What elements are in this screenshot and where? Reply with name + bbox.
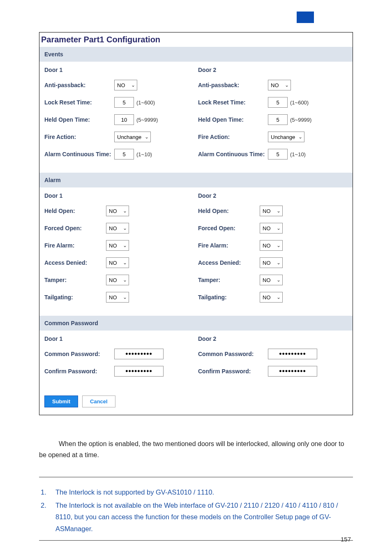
chevron-down-icon: ⌄ <box>123 243 127 248</box>
forced-open-label: Forced Open: <box>198 225 260 231</box>
alarm-cont-input[interactable] <box>114 149 134 160</box>
cp-door1-title: Door 1 <box>44 335 194 342</box>
note-number: 2. <box>41 500 55 534</box>
events-door1-title: Door 1 <box>44 67 194 73</box>
alarm-cont-input[interactable] <box>268 149 288 160</box>
fire-alarm-select[interactable]: NO⌄ <box>106 240 129 251</box>
fire-alarm-label: Fire Alarm: <box>44 242 106 249</box>
tamper-label: Tamper: <box>198 277 260 283</box>
anti-passback-label: Anti-passback: <box>44 82 114 88</box>
select-value: NO <box>109 277 117 283</box>
access-denied-select[interactable]: NO⌄ <box>106 257 129 268</box>
chevron-down-icon: ⌄ <box>123 225 127 231</box>
note-number: 1. <box>41 486 55 498</box>
alarm-door1: Door 1 Held Open:NO⌄ Forced Open:NO⌄ Fir… <box>44 192 194 309</box>
common-password-label: Common Password: <box>198 351 268 357</box>
held-open-time-label: Held Open Time: <box>44 116 114 123</box>
anti-passback-select[interactable]: NO ⌄ <box>114 80 137 90</box>
chevron-down-icon: ⌄ <box>277 208 281 214</box>
note-item: 2. The Interlock is not available on the… <box>39 500 353 534</box>
held-open-time-hint: (5~9999) <box>290 117 311 123</box>
alarm-cont-label: Alarm Continuous Time: <box>198 151 268 157</box>
fire-alarm-label: Fire Alarm: <box>198 242 260 249</box>
chevron-down-icon: ⌄ <box>123 294 127 300</box>
chevron-down-icon: ⌄ <box>145 134 149 140</box>
access-denied-label: Access Denied: <box>44 259 106 266</box>
actions: Submit Cancel <box>39 390 353 415</box>
events-body: Door 1 Anti-passback: NO ⌄ Lock Reset Ti… <box>39 62 353 173</box>
common-password-header: Common Password <box>39 316 353 331</box>
confirm-password-label: Confirm Password: <box>198 368 268 375</box>
cancel-button[interactable]: Cancel <box>82 395 115 407</box>
common-password-input[interactable] <box>114 349 164 359</box>
config-panel: Parameter Part1 Configuration Events Doo… <box>39 32 353 415</box>
select-value: NO <box>109 243 117 249</box>
alarm-cont-label: Alarm Continuous Time: <box>44 151 114 157</box>
tamper-select[interactable]: NO⌄ <box>106 275 129 285</box>
held-open-time-input[interactable] <box>114 114 134 125</box>
chevron-down-icon: ⌄ <box>131 82 135 88</box>
anti-passback-select[interactable]: NO ⌄ <box>268 80 291 90</box>
confirm-password-input[interactable] <box>268 366 317 377</box>
confirm-password-input[interactable] <box>114 366 164 377</box>
lock-reset-input[interactable] <box>268 97 288 108</box>
common-password-body: Door 1 Common Password: Confirm Password… <box>39 331 353 390</box>
fire-action-select[interactable]: Unchange ⌄ <box>114 132 151 142</box>
held-open-label: Held Open: <box>44 208 106 214</box>
select-value: NO <box>263 243 271 249</box>
header-marker <box>297 12 314 23</box>
submit-button[interactable]: Submit <box>44 395 78 407</box>
events-header: Events <box>39 47 353 62</box>
alarm-door2-title: Door 2 <box>198 192 348 199</box>
events-door1: Door 1 Anti-passback: NO ⌄ Lock Reset Ti… <box>44 67 194 166</box>
held-open-select[interactable]: NO⌄ <box>106 206 129 216</box>
chevron-down-icon: ⌄ <box>277 243 281 248</box>
select-value: NO <box>117 82 125 88</box>
held-open-time-hint: (5~9999) <box>136 117 158 123</box>
fire-action-select[interactable]: Unchange ⌄ <box>268 132 304 142</box>
anti-passback-label: Anti-passback: <box>198 82 268 88</box>
select-value: NO <box>263 260 271 266</box>
access-denied-select[interactable]: NO⌄ <box>260 257 283 268</box>
tamper-select[interactable]: NO⌄ <box>260 275 283 285</box>
forced-open-select[interactable]: NO⌄ <box>106 223 129 234</box>
interlock-paragraph: When the option is enabled, the two ment… <box>39 438 353 460</box>
tailgating-select[interactable]: NO⌄ <box>106 292 129 303</box>
chevron-down-icon: ⌄ <box>298 134 302 140</box>
held-open-time-label: Held Open Time: <box>198 116 268 123</box>
select-value: NO <box>263 225 271 231</box>
select-value: NO <box>109 208 117 214</box>
tamper-label: Tamper: <box>44 277 106 283</box>
note-text: The Interlock is not supported by GV-AS1… <box>55 486 353 498</box>
lock-reset-label: Lock Reset Time: <box>44 99 114 106</box>
tailgating-label: Tailgating: <box>198 294 260 301</box>
select-value: Unchange <box>271 134 295 140</box>
lock-reset-hint: (1~600) <box>136 99 155 106</box>
note-item: 1. The Interlock is not supported by GV-… <box>39 486 353 498</box>
tailgating-label: Tailgating: <box>44 294 106 301</box>
held-open-select[interactable]: NO⌄ <box>260 206 283 216</box>
alarm-cont-hint: (1~10) <box>290 151 306 157</box>
chevron-down-icon: ⌄ <box>277 260 281 266</box>
tailgating-select[interactable]: NO⌄ <box>260 292 283 303</box>
select-value: NO <box>109 225 117 231</box>
common-password-input[interactable] <box>268 349 317 359</box>
chevron-down-icon: ⌄ <box>123 277 127 283</box>
forced-open-select[interactable]: NO⌄ <box>260 223 283 234</box>
lock-reset-hint: (1~600) <box>290 99 309 106</box>
select-value: NO <box>263 277 271 283</box>
forced-open-label: Forced Open: <box>44 225 106 231</box>
held-open-time-input[interactable] <box>268 114 288 125</box>
cp-door1: Door 1 Common Password: Confirm Password… <box>44 335 194 383</box>
select-value: NO <box>109 294 117 301</box>
fire-alarm-select[interactable]: NO⌄ <box>260 240 283 251</box>
cp-door2-title: Door 2 <box>198 335 348 342</box>
chevron-down-icon: ⌄ <box>123 208 127 214</box>
chevron-down-icon: ⌄ <box>277 277 281 283</box>
alarm-cont-hint: (1~10) <box>136 151 152 157</box>
alarm-body: Door 1 Held Open:NO⌄ Forced Open:NO⌄ Fir… <box>39 187 353 316</box>
select-value: NO <box>271 82 279 88</box>
alarm-door2: Door 2 Held Open:NO⌄ Forced Open:NO⌄ Fir… <box>198 192 348 309</box>
lock-reset-input[interactable] <box>114 97 134 108</box>
fire-action-label: Fire Action: <box>198 134 268 140</box>
